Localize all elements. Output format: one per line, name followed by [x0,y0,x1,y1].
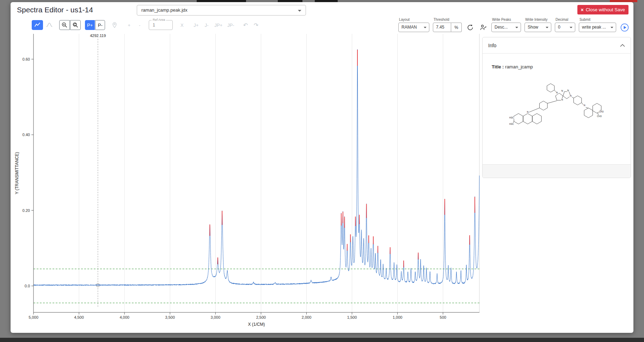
svg-text:N: N [567,89,569,92]
submit-run-button[interactable] [620,23,629,32]
info-footer [483,164,631,178]
file-select[interactable]: raman_jcamp.peak.jdx [137,5,306,16]
layout-select[interactable]: RAMAN [398,23,429,32]
svg-text:3,000: 3,000 [211,315,221,319]
svg-text:0.40: 0.40 [23,133,30,137]
info-title-row: Title : raman_jcamp [492,64,621,69]
refresh-icon [467,24,474,31]
info-title-value: raman_jcamp [505,64,533,69]
write-intensity-label: Write Intensity [525,18,551,22]
decimal-select-value: 0 [558,25,560,30]
svg-text:N: N [556,91,558,94]
svg-text:0.20: 0.20 [23,208,30,213]
spectrum-chart[interactable]: 4292.1195,0004,5004,0003,5003,0002,5002,… [13,32,482,330]
svg-text:5,000: 5,000 [29,315,38,319]
chart-line-icon [34,22,41,29]
spline-toggle-button[interactable] [44,20,55,30]
submit-select[interactable]: write peak ... [579,23,616,32]
svg-text:CH3: CH3 [597,115,602,117]
ref-area-value: 1 [149,20,172,30]
svg-text:1,500: 1,500 [347,315,357,319]
svg-text:H3C: H3C [509,123,514,125]
info-body: Title : raman_jcamp NH3CH3CNNNNNNCH3CH3 [483,54,631,129]
map-pin-icon [111,22,118,28]
write-intensity-select[interactable]: Show [525,23,551,32]
chevron-up-icon [620,44,625,47]
background-bottom-bar [0,338,644,342]
redo-icon: ↷ [254,22,258,29]
jp-plus-button[interactable]: JP+ [212,20,225,30]
peak-add-button[interactable]: P+ [85,20,95,30]
toolbar-left: P+ P- + - Ref Area 1 X J+ J- JP+ JP- ↶ [32,20,261,30]
svg-text:Y (TRANSMITTANCE): Y (TRANSMITTANCE) [14,152,19,194]
page-title: Spectra Editor - us1-14 [17,6,93,14]
submit-label: Submit [579,18,616,22]
jp-minus-button[interactable]: JP- [225,20,237,30]
undo-icon: ↶ [243,22,248,29]
threshold-input[interactable]: 7.45 [433,23,451,32]
decimal-select[interactable]: 0 [555,23,575,32]
info-header[interactable]: Info [483,37,631,54]
info-panel: Info Title : raman_jcamp NH3CH3CNNNNNNCH… [482,37,631,178]
spectra-editor-modal: Spectra Editor - us1-14 raman_jcamp.peak… [11,2,633,333]
threshold-unit: % [451,23,462,32]
svg-text:4292.119: 4292.119 [90,33,106,38]
close-icon: × [581,7,584,13]
redo-button[interactable]: ↷ [251,20,261,30]
integral-add-button[interactable]: + [124,20,134,30]
svg-text:N: N [561,98,563,101]
write-intensity-select-value: Show [528,25,538,30]
peak-remove-button[interactable]: P- [95,20,105,30]
molecule-structure: NH3CH3CNNNNNNCH3CH3 [509,79,605,129]
spectrum-line [33,49,479,286]
j-minus-button[interactable]: J- [202,20,211,30]
person-edit-icon [480,24,487,31]
zoom-reset-icon [72,22,79,28]
submit-select-value: write peak ... [582,25,606,30]
svg-text:CH3: CH3 [599,110,603,113]
zoom-reset-button[interactable] [70,20,81,30]
zoom-in-button[interactable] [59,20,70,30]
play-circle-icon [620,23,629,32]
predict-button[interactable] [478,23,488,32]
ref-area-label: Ref Area [152,18,166,22]
svg-text:4,000: 4,000 [119,315,129,319]
svg-text:X (1/CM): X (1/CM) [248,322,265,327]
svg-text:0.60: 0.60 [23,57,30,61]
svg-text:N: N [570,94,572,97]
decimal-label: Decimal [556,18,575,22]
integral-remove-button[interactable]: - [135,20,145,30]
svg-text:500: 500 [440,315,446,319]
close-without-save-button[interactable]: × Close without Save [577,5,628,14]
info-title-label: Title : [492,64,504,69]
threshold-label: Threshold [434,18,462,22]
info-header-label: Info [488,43,496,48]
undo-button[interactable]: ↶ [241,20,251,30]
refresh-button[interactable] [465,23,475,32]
marker-pin-button[interactable] [109,20,120,30]
spline-curve-icon [46,22,53,29]
clear-button[interactable]: X [177,20,187,30]
toolbar-right: Layout RAMAN Threshold 7.45 % [398,18,629,32]
ref-area-input[interactable]: Ref Area 1 [149,20,173,30]
write-peaks-select[interactable]: Desc... [491,23,521,32]
svg-text:2,500: 2,500 [256,315,266,319]
layout-select-value: RAMAN [401,25,417,30]
svg-text:1,000: 1,000 [393,315,403,319]
svg-text:4,500: 4,500 [74,315,84,319]
write-peaks-select-value: Desc... [495,25,508,30]
j-plus-button[interactable]: J+ [191,20,201,30]
svg-text:N: N [527,111,529,113]
zoom-in-icon [61,22,68,28]
svg-text:0.0: 0.0 [25,284,30,288]
spectrum-line-toggle-button[interactable] [32,20,43,30]
write-peaks-label: Write Peaks [492,18,521,22]
svg-text:2,000: 2,000 [302,315,312,319]
layout-label: Layout [399,18,429,22]
svg-text:N: N [561,90,563,92]
file-select-value: raman_jcamp.peak.jdx [141,7,188,13]
svg-text:N: N [584,104,585,106]
close-button-label: Close without Save [586,7,625,12]
svg-text:3,500: 3,500 [165,315,175,319]
svg-text:H3C: H3C [509,116,514,119]
